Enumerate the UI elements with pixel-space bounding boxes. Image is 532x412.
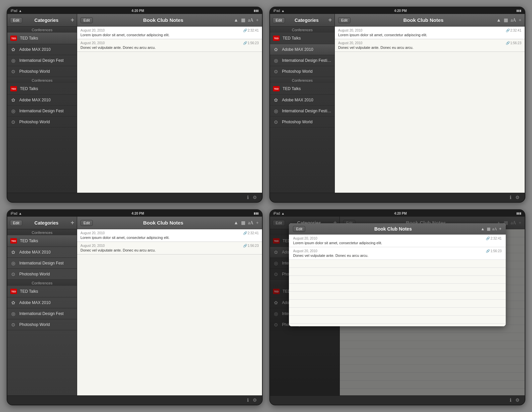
main-edit-btn-3[interactable]: Edit: [80, 220, 93, 226]
main-header-3: Edit Book Club Notes ▲ ▦ aA +: [77, 217, 262, 229]
section-header-3: Conferences: [270, 27, 334, 33]
wifi-icon-4: ▲: [281, 212, 285, 215]
ted-logo-3: TED: [273, 36, 280, 41]
note-item-6[interactable]: August 20, 2010 🔗 1:56:23 Donec vel vulp…: [77, 242, 262, 255]
note-item-1[interactable]: August 20, 2010 🔗 2:32:41 Lorem ipsum do…: [77, 27, 262, 39]
grid-icon-1[interactable]: ▦: [241, 17, 245, 23]
popup-add-icon[interactable]: +: [499, 226, 502, 232]
popup-note-date-1: August 20, 2010: [293, 237, 317, 240]
popup-panel: Edit Book Club Notes ▲ ▦ aA + August 20,…: [289, 223, 505, 326]
info-icon-1[interactable]: ℹ: [247, 195, 249, 200]
popup-note-1[interactable]: August 20, 2010 🔗 2:32:41 Lorem ipsum do…: [289, 235, 505, 247]
popup-note-2[interactable]: August 20, 2010 🔗 1:56:23 Donec vel vulp…: [289, 247, 505, 260]
note-meta-5: August 20, 2010 🔗 2:32:41: [80, 231, 259, 235]
info-icon-4[interactable]: ℹ: [510, 397, 511, 403]
sidebar-item-design-3[interactable]: International Design Festival: [270, 55, 334, 66]
font-size-icon-3[interactable]: aA: [248, 220, 253, 226]
sidebar-item-adobe-2[interactable]: Adobe MAX 2010: [7, 95, 77, 106]
sidebar-3: Edit Categories + Conferences TED TED Ta…: [7, 217, 77, 395]
status-left-3: iPad ▲: [11, 212, 22, 215]
wifi-icon-main-2: ▲: [496, 18, 501, 23]
bottom-bar-1: ℹ ⚙: [7, 193, 262, 202]
sidebar-item-adobe-5[interactable]: Adobe MAX 2010: [7, 247, 77, 258]
design-icon-3: [273, 57, 279, 64]
edit-button-3[interactable]: Edit: [10, 220, 22, 226]
sidebar-item-ted-1[interactable]: TED TED Talks: [7, 33, 77, 44]
sidebar-item-photoshop-2[interactable]: Photoshop World: [7, 117, 77, 128]
sidebar-item-design-1[interactable]: International Design Fest: [7, 55, 77, 66]
add-note-icon-1[interactable]: +: [256, 18, 259, 23]
settings-icon-2[interactable]: ⚙: [515, 195, 520, 200]
note-date-4: August 20, 2010: [338, 41, 362, 45]
wifi-icon-main-1: ▲: [234, 18, 238, 23]
add-note-icon-2[interactable]: +: [519, 18, 521, 23]
note-item-5[interactable]: August 20, 2010 🔗 2:32:41 Lorem ipsum do…: [77, 229, 262, 242]
main-edit-btn-1[interactable]: Edit: [80, 17, 93, 23]
info-icon-3[interactable]: ℹ: [247, 397, 249, 403]
sidebar-item-adobe-1[interactable]: Adobe MAX 2010: [7, 44, 77, 55]
note-link-5: 🔗 2:32:41: [243, 231, 259, 235]
settings-icon-1[interactable]: ⚙: [253, 195, 257, 200]
sidebar-item-photoshop-3[interactable]: Photoshop World: [270, 66, 334, 77]
sidebar-item-design-4[interactable]: International Design Festival: [270, 106, 334, 117]
sidebar-item-ted-5[interactable]: TED TED Talks: [7, 235, 77, 247]
sidebar-item-photoshop-5[interactable]: Photoshop World: [7, 269, 77, 280]
sidebar-item-ted-4[interactable]: TED TED Talks: [270, 83, 334, 95]
grid-icon-3[interactable]: ▦: [241, 220, 245, 226]
sidebar-item-adobe-6[interactable]: Adobe MAX 2010: [7, 297, 77, 308]
ted-icon-1: TED: [10, 35, 17, 42]
sidebar-item-design-5[interactable]: International Design Fest: [7, 258, 77, 269]
ipad-label-3: iPad: [11, 212, 17, 215]
popup-grid-icon[interactable]: ▦: [487, 227, 490, 232]
main-edit-btn-2[interactable]: Edit: [338, 17, 350, 23]
main-header-2: Edit Book Club Notes ▲ ▦ aA +: [335, 14, 525, 27]
sidebar-item-photoshop-1[interactable]: Photoshop World: [7, 66, 77, 77]
design-label-2: International Design Fest: [19, 109, 64, 113]
note-item-3[interactable]: August 20, 2010 🔗 2:32:41 Lorem ipsum do…: [335, 27, 525, 39]
add-note-icon-3[interactable]: +: [256, 220, 259, 226]
ipad-label-2: iPad: [273, 9, 280, 13]
note-link-1: 🔗 2:32:41: [243, 29, 259, 32]
sidebar-item-design-2[interactable]: International Design Fest: [7, 106, 77, 117]
note-item-4[interactable]: August 20, 2010 🔗 1:56:23 Donec vel vulp…: [335, 39, 525, 52]
note-date-2: August 20, 2010: [80, 41, 105, 45]
sidebar-1: Edit Categories + Conferences TED TED Ta…: [7, 14, 77, 193]
popup-edit-btn[interactable]: Edit: [293, 226, 305, 232]
sidebar-item-photoshop-6[interactable]: Photoshop World: [7, 319, 77, 330]
font-size-icon-2[interactable]: aA: [511, 18, 516, 23]
grid-icon-2[interactable]: ▦: [504, 17, 508, 23]
add-button-2[interactable]: +: [328, 17, 332, 24]
edit-button-1[interactable]: Edit: [10, 17, 22, 23]
ted-logo-2: TED: [10, 86, 17, 91]
status-right-4: ▮▮▮: [516, 212, 521, 215]
main-header-icons-2: ▲ ▦ aA +: [496, 17, 521, 23]
photoshop-icon-2: [10, 119, 17, 125]
settings-icon-4[interactable]: ⚙: [515, 397, 520, 403]
edit-button-2[interactable]: Edit: [273, 17, 285, 23]
design-icon-2: [10, 108, 17, 114]
sidebar-item-adobe-3[interactable]: Adobe MAX 2010: [270, 44, 334, 55]
sidebar-item-design-6[interactable]: International Design Fest: [7, 308, 77, 319]
sidebar-item-adobe-4[interactable]: Adobe MAX 2010: [270, 95, 334, 106]
sidebar-group-3: Conferences TED TED Talks Adobe MAX 2010…: [270, 27, 334, 77]
font-size-icon-1[interactable]: aA: [248, 18, 253, 23]
sidebar-item-ted-3[interactable]: TED TED Talks: [270, 33, 334, 44]
sidebar-item-ted-6[interactable]: TED TED Talks: [7, 286, 77, 297]
main-title-3: Book Club Notes: [93, 220, 234, 226]
popup-overlay[interactable]: Edit Book Club Notes ▲ ▦ aA + August 20,…: [270, 217, 525, 395]
ted-icon-5: TED: [10, 237, 17, 245]
status-right-1: ▮▮▮: [254, 9, 259, 12]
add-button-3[interactable]: +: [70, 219, 74, 226]
note-text-1: Lorem ipsum dolor sit amet, consectetur …: [80, 33, 259, 37]
status-left-1: iPad ▲: [11, 9, 22, 13]
settings-icon-3[interactable]: ⚙: [253, 397, 257, 403]
sidebar-item-photoshop-4[interactable]: Photoshop World: [270, 117, 334, 128]
sidebar-group-4: Conferences TED TED Talks Adobe MAX 2010…: [270, 77, 334, 128]
note-item-2[interactable]: August 20, 2010 🔗 1:56:23 Donec vel vulp…: [77, 39, 262, 52]
photoshop-label-3: Photoshop World: [282, 69, 313, 74]
popup-font-icon[interactable]: aA: [492, 227, 497, 232]
info-icon-2[interactable]: ℹ: [510, 195, 511, 200]
sidebar-item-ted-2[interactable]: TED TED Talks: [7, 83, 77, 95]
add-button-1[interactable]: +: [70, 17, 74, 24]
adobe-label-1: Adobe MAX 2010: [19, 47, 51, 52]
